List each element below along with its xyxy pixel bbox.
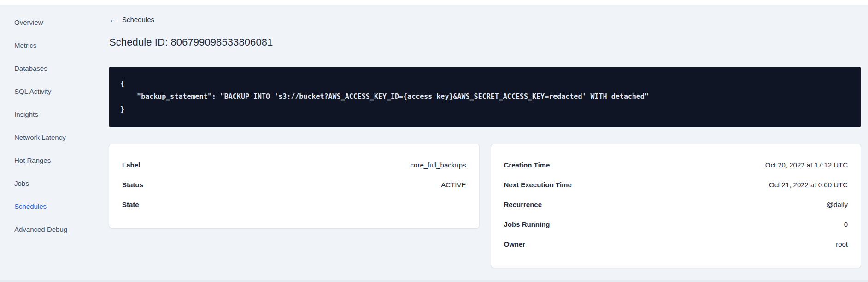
bottom-strip [0,280,868,282]
summary-cards: Label core_full_backups Status ACTIVE St… [109,144,861,268]
sidebar-item-overview[interactable]: Overview [0,11,99,34]
schedule-timing-card: Creation Time Oct 20, 2022 at 17:12 UTC … [491,144,861,268]
row-label: Owner [504,240,526,248]
row-label: Label [122,161,140,169]
detail-row-jobs-running: Jobs Running 0 [504,214,848,234]
back-link[interactable]: ← Schedules [109,16,154,23]
row-value: Oct 20, 2022 at 17:12 UTC [765,161,848,169]
row-value: root [836,240,848,248]
sidebar-item-jobs[interactable]: Jobs [0,172,99,195]
detail-row-recurrence: Recurrence @daily [504,195,848,214]
detail-row-state: State [122,195,466,214]
row-label: Jobs Running [504,220,550,228]
row-value: ACTIVE [441,181,466,189]
page-title: Schedule ID: 806799098533806081 [109,36,861,48]
schedule-definition-code-block: { "backup_statement": "BACKUP INTO 's3:/… [109,67,861,127]
detail-row-status: Status ACTIVE [122,175,466,195]
row-label: Creation Time [504,161,550,169]
back-arrow-icon: ← [109,16,117,23]
sidebar-item-insights[interactable]: Insights [0,103,99,126]
row-value: core_full_backups [411,161,466,169]
sidebar-nav: Overview Metrics Databases SQL Activity … [0,5,99,280]
detail-row-owner: Owner root [504,234,848,254]
sidebar-item-databases[interactable]: Databases [0,57,99,80]
sidebar-item-metrics[interactable]: Metrics [0,34,99,57]
row-label: State [122,201,139,208]
top-bar [0,0,868,5]
row-label: Status [122,181,143,189]
row-label: Next Execution Time [504,181,572,189]
sidebar-item-advanced-debug[interactable]: Advanced Debug [0,218,99,241]
sidebar-item-network-latency[interactable]: Network Latency [0,126,99,149]
detail-row-creation-time: Creation Time Oct 20, 2022 at 17:12 UTC [504,155,848,175]
sidebar-item-sql-activity[interactable]: SQL Activity [0,80,99,103]
row-value: 0 [844,220,848,228]
detail-row-next-execution-time: Next Execution Time Oct 21, 2022 at 0:00… [504,175,848,195]
schedule-details-card: Label core_full_backups Status ACTIVE St… [109,144,479,228]
row-label: Recurrence [504,201,542,208]
main-content: ← Schedules Schedule ID: 806799098533806… [99,5,868,280]
sidebar-item-schedules[interactable]: Schedules [0,195,99,218]
row-value: Oct 21, 2022 at 0:00 UTC [769,181,848,189]
back-link-label: Schedules [122,16,154,23]
app-layout: Overview Metrics Databases SQL Activity … [0,5,868,280]
detail-row-label: Label core_full_backups [122,155,466,175]
row-value: @daily [827,201,848,208]
sidebar-item-hot-ranges[interactable]: Hot Ranges [0,149,99,172]
